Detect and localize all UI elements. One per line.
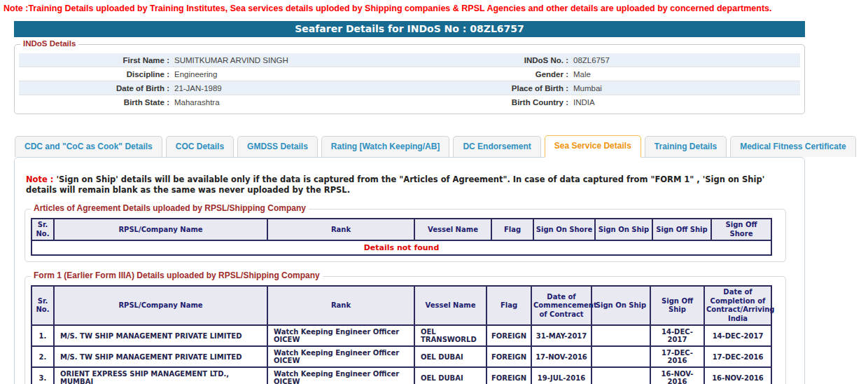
table-row: 3. ORIENT EXPRESS SHIP MANAGEMENT LTD., … [31, 367, 771, 384]
page-top-note: Note :Training Details uploaded by Train… [0, 0, 868, 13]
col-sr-no: Sr. No. [31, 286, 54, 325]
form1-table: Sr. No. RPSL/Company Name Rank Vessel Na… [31, 285, 772, 384]
articles-of-agreement-section: Articles of Agreement Details uploaded b… [24, 209, 786, 262]
col-rpsl-company-name: RPSL/Company Name [54, 286, 267, 325]
col-sign-off-ship: Sign Off Ship [652, 219, 711, 240]
cell-sr-no: 2. [31, 346, 54, 367]
cell-completion-date: 17-DEC-2016 [704, 346, 771, 367]
dob-label: Date of Birth : [19, 84, 169, 92]
tab-coc-details[interactable]: COC Details [166, 136, 234, 157]
cell-commencement-date: 31-MAY-2017 [531, 325, 592, 346]
cell-rank: Watch Keeping Engineer Officer OICEW [267, 346, 414, 367]
form1-section: Form 1 (Earlier Form IIIA) Details uploa… [24, 276, 786, 384]
col-rpsl-company-name: RPSL/Company Name [54, 219, 267, 240]
first-name-value: SUMITKUMAR ARVIND SINGH [169, 56, 442, 64]
cell-sign-off-ship: 16-NOV-2016 [650, 367, 704, 384]
details-not-found-message: Details not found [31, 240, 771, 255]
first-name-label: First Name : [19, 56, 169, 64]
cell-sign-on-ship [592, 346, 650, 367]
birth-state-label: Birth State : [19, 98, 169, 107]
cell-rank: Watch Keeping Engineer Officer OICEW [267, 325, 414, 346]
cell-vessel: OEL TRANSWORLD [414, 325, 486, 346]
place-of-birth-label: Place of Birth : [442, 84, 568, 92]
col-sign-off-shore: Sign Off Shore [711, 219, 771, 240]
cell-company: M/S. TW SHIP MANAGEMENT PRIVATE LIMITED [54, 325, 267, 346]
cell-sign-on-ship [592, 325, 650, 346]
indos-no-value: 08ZL6757 [568, 56, 800, 64]
birth-country-value: INDIA [568, 98, 800, 107]
main-container: Seafarer Details for INDoS No : 08ZL6757… [14, 21, 805, 384]
articles-of-agreement-legend: Articles of Agreement Details uploaded b… [31, 203, 309, 213]
birth-country-label: Birth Country : [442, 98, 568, 107]
cell-sr-no: 3. [31, 367, 54, 384]
indos-row-name: First Name : SUMITKUMAR ARVIND SINGH IND… [19, 53, 800, 67]
details-tab-bar: CDC and "CoC as Cook" Details COC Detail… [15, 135, 805, 157]
cell-flag: FOREIGN [486, 346, 531, 367]
cell-completion-date: 14-DEC-2017 [704, 325, 771, 346]
articles-table-empty-row: Details not found [31, 240, 771, 255]
tab-dc-endorsement[interactable]: DC Endorsement [453, 136, 540, 157]
cell-commencement-date: 17-NOV-2016 [531, 346, 592, 367]
page-title: Seafarer Details for INDoS No : 08ZL6757 [14, 21, 805, 37]
tab-training-details[interactable]: Training Details [645, 136, 727, 157]
dob-value: 21-JAN-1989 [169, 84, 442, 92]
col-flag: Flag [486, 286, 531, 325]
col-sign-on-shore: Sign On Shore [533, 219, 595, 240]
tab-cdc-coc-as-cook-details[interactable]: CDC and "CoC as Cook" Details [15, 136, 162, 157]
cell-vessel: OEL DUBAI [414, 346, 486, 367]
sea-service-note-text: 'Sign on Ship' details will be available… [26, 174, 764, 195]
col-vessel-name: Vessel Name [414, 219, 491, 240]
col-sign-off-ship: Sign Off Ship [650, 286, 704, 325]
gender-value: Male [568, 70, 800, 78]
sea-service-panel: Note : 'Sign on Ship' details will be av… [14, 157, 805, 384]
indos-row-discipline: Discipline : Engineering Gender : Male [19, 67, 800, 81]
col-sign-on-ship: Sign On Ship [592, 286, 650, 325]
cell-vessel: OEL DUBAI [414, 367, 486, 384]
cell-rank: Watch Keeping Engineer Officer OICEW [267, 367, 414, 384]
col-date-commencement-contract: Date of Commencement of Contract [531, 286, 592, 325]
cell-commencement-date: 19-JUL-2016 [531, 367, 592, 384]
cell-flag: FOREIGN [486, 325, 531, 346]
birth-state-value: Maharashtra [169, 98, 442, 107]
cell-completion-date: 16-NOV-2016 [704, 367, 771, 384]
table-row: 2. M/S. TW SHIP MANAGEMENT PRIVATE LIMIT… [31, 346, 771, 367]
form1-legend: Form 1 (Earlier Form IIIA) Details uploa… [31, 270, 323, 280]
cell-flag: FOREIGN [486, 367, 531, 384]
discipline-value: Engineering [169, 70, 442, 78]
articles-of-agreement-table: Sr. No. RPSL/Company Name Rank Vessel Na… [31, 218, 772, 256]
sea-service-note-prefix: Note : [26, 174, 53, 184]
cell-sign-on-ship [592, 367, 650, 384]
cell-sign-off-ship: 14-DEC-2017 [650, 325, 704, 346]
cell-company: M/S. TW SHIP MANAGEMENT PRIVATE LIMITED [54, 346, 267, 367]
cell-sr-no: 1. [31, 325, 54, 346]
indos-row-state: Birth State : Maharashtra Birth Country … [19, 95, 800, 109]
cell-sign-off-ship: 17-DEC-2016 [650, 346, 704, 367]
tab-gmdss-details[interactable]: GMDSS Details [237, 136, 318, 157]
tab-medical-fitness-certificate[interactable]: Medical Fitness Certificate [730, 136, 855, 157]
gender-label: Gender : [442, 70, 568, 78]
place-of-birth-value: Mumbai [568, 84, 800, 92]
indos-no-label: INDoS No. : [442, 56, 568, 64]
table-row: 1. M/S. TW SHIP MANAGEMENT PRIVATE LIMIT… [31, 325, 771, 346]
col-sr-no: Sr. No. [31, 219, 54, 240]
col-vessel-name: Vessel Name [414, 286, 486, 325]
indos-details-legend: INDoS Details [20, 39, 78, 48]
articles-table-header-row: Sr. No. RPSL/Company Name Rank Vessel Na… [31, 219, 771, 240]
indos-row-birth: Date of Birth : 21-JAN-1989 Place of Bir… [19, 81, 800, 95]
col-rank: Rank [267, 219, 414, 240]
col-sign-on-ship: Sign On Ship [595, 219, 652, 240]
discipline-label: Discipline : [19, 70, 169, 78]
tab-sea-service-details[interactable]: Sea Service Details [545, 135, 641, 158]
indos-details-section: INDoS Details First Name : SUMITKUMAR AR… [14, 44, 805, 114]
form1-table-header-row: Sr. No. RPSL/Company Name Rank Vessel Na… [31, 286, 771, 325]
col-flag: Flag [491, 219, 533, 240]
col-rank: Rank [267, 286, 414, 325]
cell-company: ORIENT EXPRESS SHIP MANAGEMENT LTD., MUM… [54, 367, 267, 384]
col-date-completion-contract: Date of Completion of Contract/Arriving … [704, 286, 771, 325]
tab-rating-watch-keeping-ab[interactable]: Rating [Watch Keeping/AB] [321, 136, 450, 157]
sea-service-note: Note : 'Sign on Ship' details will be av… [26, 174, 771, 195]
